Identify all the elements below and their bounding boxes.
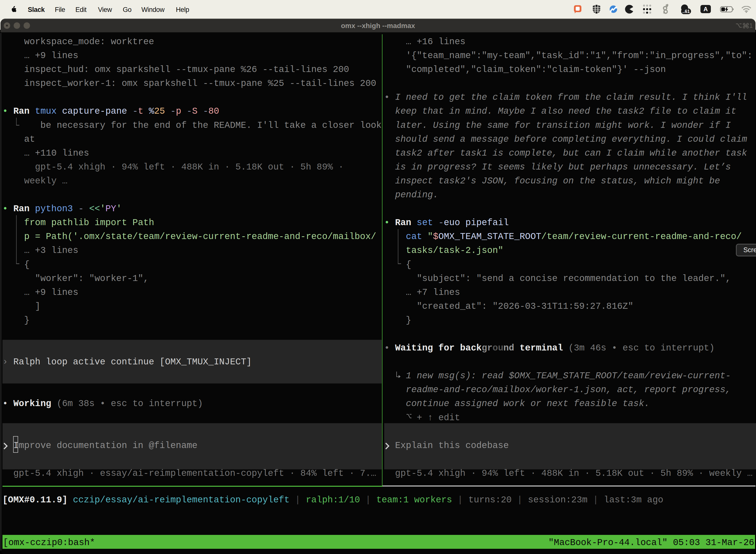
- svg-text:..61: ..61: [682, 9, 690, 14]
- svg-text:1: 1: [749, 22, 753, 29]
